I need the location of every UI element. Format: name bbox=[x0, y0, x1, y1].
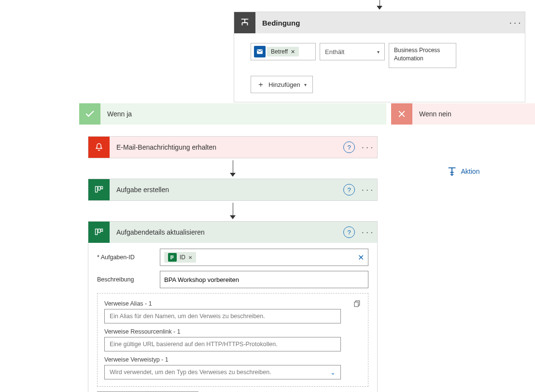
branch-yes-header: Wenn ja bbox=[79, 103, 386, 125]
chevron-down-icon: ⌄ bbox=[330, 369, 336, 376]
ref-type-select[interactable]: Wird verwendet, um den Typ des Verweises… bbox=[104, 365, 341, 379]
operator-label: Enthält bbox=[325, 48, 344, 56]
token-label: Betreff bbox=[271, 48, 288, 55]
flow-canvas: Bedingung · · · Betreff ✕ Enthält ▾ bbox=[0, 0, 535, 392]
ref-url-label: Verweise Ressourcenlink - 1 bbox=[104, 328, 361, 335]
ref-alias-input[interactable]: Ein Alias für den Namen, um den Verweis … bbox=[104, 309, 341, 323]
description-field[interactable] bbox=[164, 276, 364, 283]
connector-arrow bbox=[86, 158, 380, 179]
action-email-notification: E-Mail-Benachrichtigung erhalten ? · · · bbox=[88, 136, 378, 158]
add-action-button[interactable]: Aktion bbox=[391, 166, 535, 177]
ref-type-label: Verweise Verweistyp - 1 bbox=[104, 356, 361, 363]
condition-body: Betreff ✕ Enthält ▾ Business Process Aut… bbox=[234, 33, 525, 102]
condition-card: Bedingung · · · Betreff ✕ Enthält ▾ bbox=[234, 12, 525, 102]
task-id-input[interactable]: ID ✕ ✕ bbox=[160, 249, 368, 266]
condition-icon bbox=[234, 12, 255, 33]
chevron-down-icon: ▾ bbox=[304, 82, 307, 87]
svg-rect-5 bbox=[98, 229, 100, 233]
copy-icon[interactable] bbox=[353, 300, 361, 308]
action-title: E-Mail-Benachrichtigung erhalten bbox=[110, 143, 343, 151]
help-icon[interactable]: ? bbox=[343, 141, 355, 153]
clear-icon[interactable]: ✕ bbox=[358, 253, 364, 262]
condition-more-icon[interactable]: · · · bbox=[506, 19, 525, 27]
id-token[interactable]: ID ✕ bbox=[164, 252, 196, 263]
outlook-icon bbox=[254, 46, 266, 57]
help-icon[interactable]: ? bbox=[343, 226, 355, 238]
condition-value-text: Business Process Automation bbox=[394, 47, 440, 62]
description-label: Beschreibung bbox=[97, 276, 160, 283]
plus-icon: ＋ bbox=[257, 80, 265, 90]
action-update-task-details: Aufgabendetails aktualisieren ? · · · * … bbox=[88, 221, 378, 392]
planner-icon bbox=[88, 179, 110, 200]
more-icon[interactable]: · · · bbox=[358, 186, 377, 194]
token-remove-icon[interactable]: ✕ bbox=[188, 255, 192, 260]
description-input[interactable] bbox=[160, 271, 368, 288]
branch-no: Wenn nein Aktion bbox=[391, 103, 535, 177]
svg-rect-2 bbox=[98, 186, 100, 190]
ref-url-input[interactable]: Eine gültige URL basierend auf den HTTP/… bbox=[104, 337, 341, 351]
ref-alias-label: Verweise Alias - 1 bbox=[104, 300, 152, 307]
action-header[interactable]: Aufgabe erstellen ? · · · bbox=[88, 179, 377, 200]
condition-left-operand[interactable]: Betreff ✕ bbox=[251, 43, 316, 60]
action-create-task: Aufgabe erstellen ? · · · bbox=[88, 179, 378, 201]
condition-title: Bedingung bbox=[255, 19, 506, 27]
subject-token[interactable]: Betreff ✕ bbox=[267, 47, 299, 56]
condition-value-input[interactable]: Business Process Automation bbox=[389, 43, 456, 68]
help-icon[interactable]: ? bbox=[343, 184, 355, 196]
action-title: Aufgabe erstellen bbox=[110, 186, 343, 194]
bell-icon bbox=[88, 137, 110, 158]
add-condition-label: Hinzufügen bbox=[268, 81, 300, 88]
svg-rect-8 bbox=[172, 255, 173, 257]
action-header[interactable]: Aufgabendetails aktualisieren ? · · · bbox=[88, 222, 377, 243]
chevron-down-icon: ▾ bbox=[377, 49, 380, 55]
svg-rect-3 bbox=[101, 186, 102, 189]
add-action-icon bbox=[447, 166, 457, 177]
more-icon[interactable]: · · · bbox=[358, 229, 377, 236]
condition-operator-select[interactable]: Enthält ▾ bbox=[320, 43, 385, 60]
action-title: Aufgabendetails aktualisieren bbox=[110, 228, 343, 236]
connector-arrow bbox=[377, 0, 382, 10]
add-condition-button[interactable]: ＋ Hinzufügen ▾ bbox=[251, 76, 313, 93]
task-id-label: * Aufgaben-ID bbox=[97, 254, 160, 261]
action-header[interactable]: E-Mail-Benachrichtigung erhalten ? · · · bbox=[88, 137, 377, 158]
token-remove-icon[interactable]: ✕ bbox=[291, 49, 295, 55]
action-form: * Aufgaben-ID ID ✕ ✕ bbox=[88, 243, 377, 392]
branch-no-title: Wenn nein bbox=[412, 110, 451, 118]
branch-yes-title: Wenn ja bbox=[100, 110, 132, 118]
close-icon bbox=[391, 103, 412, 125]
branch-yes: Wenn ja E-Mail-Benachrichtigung erhalten… bbox=[79, 103, 386, 392]
references-section: Verweise Alias - 1 Ein Alias für den Nam… bbox=[97, 293, 368, 387]
svg-rect-10 bbox=[354, 302, 358, 307]
svg-rect-7 bbox=[170, 255, 171, 258]
svg-rect-1 bbox=[96, 186, 98, 192]
check-icon bbox=[79, 103, 100, 125]
planner-icon bbox=[88, 222, 110, 243]
connector-arrow bbox=[86, 201, 380, 221]
planner-icon bbox=[168, 253, 177, 262]
svg-rect-6 bbox=[101, 229, 102, 231]
condition-header[interactable]: Bedingung · · · bbox=[234, 12, 525, 33]
more-icon[interactable]: · · · bbox=[358, 144, 377, 151]
branch-no-header: Wenn nein bbox=[391, 103, 535, 125]
svg-rect-4 bbox=[96, 229, 98, 235]
